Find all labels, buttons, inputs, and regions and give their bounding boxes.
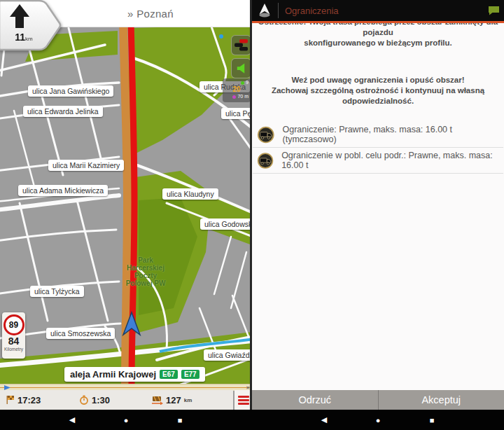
park-label-line: Polowej PW: [119, 279, 172, 287]
warning-secondary-line: Zachowaj szczególną ostrożność i kontynu…: [256, 85, 500, 106]
maneuver-distance-unit: km: [25, 36, 33, 42]
distance-remaining-value: 127: [166, 395, 181, 405]
android-navigation-bar: ◀ ● ■: [0, 410, 252, 430]
mute-button[interactable]: [231, 58, 251, 78]
hamburger-icon: [238, 403, 249, 405]
app-logo-icon: [256, 2, 273, 19]
dialog-button-bar: Odrzuć Akceptuj: [252, 390, 504, 410]
speed-units-label: Kilometry: [2, 347, 25, 352]
recents-button[interactable]: ■: [175, 416, 186, 424]
hamburger-icon: [238, 396, 249, 398]
park-label-line: Harcerskiej: [119, 264, 172, 272]
map-graphics: [0, 27, 252, 384]
warning-secondary: Weź pod uwagę ograniczenia i opuść obsza…: [256, 48, 500, 106]
speed-camera-widget: 9 20 70 m: [223, 78, 251, 102]
park-label-line: Poczty: [119, 272, 172, 279]
distance-remaining-unit: km: [184, 397, 192, 403]
restriction-item[interactable]: Ograniczenie w pobl. celu podr.: Prawne,…: [253, 148, 503, 174]
restriction-text: Ograniczenie: Prawne, maks. masa: 16.00 …: [283, 125, 496, 144]
dialog-header: Ograniczenia: [252, 0, 504, 21]
restrictions-screen: Ograniczenia Ostrzeżenie! Twoja trasa pr…: [252, 0, 504, 430]
park-label-line: Park: [119, 256, 172, 264]
route-badge: E77: [181, 370, 200, 379]
screens-divider: [250, 0, 252, 410]
map-canvas[interactable]: ulica Jana Gawińskiego ulica Edwarda Jel…: [0, 27, 252, 384]
route-badge: E67: [160, 370, 178, 379]
restriction-item[interactable]: Ograniczenie: Prawne, maks. masa: 16.00 …: [253, 122, 503, 148]
park-label: Park Harcerskiej Poczty Polowej PW: [119, 256, 172, 287]
street-label: ulica Jana Gawińskiego: [28, 85, 113, 97]
accent-line: [252, 21, 504, 23]
street-label: ulica Tylżycka: [30, 286, 84, 297]
home-button[interactable]: ●: [373, 416, 384, 424]
distance-remaining-item: 127 km: [151, 390, 192, 410]
camera-distance: 70 m: [237, 93, 248, 100]
finish-flag-icon: [6, 395, 15, 405]
stopwatch-icon: [79, 395, 89, 405]
arrival-time-value: 17:23: [18, 395, 41, 405]
current-speed-value: 84: [2, 336, 25, 347]
camera-icon: [241, 81, 244, 85]
arrival-time-item: 17:23: [6, 390, 41, 410]
destination-text: » Poznań: [78, 8, 174, 20]
restriction-list: Ograniczenie: Prawne, maks. masa: 16.00 …: [252, 122, 504, 174]
restriction-text: Ograniczenie w pobl. celu podr.: Prawne,…: [281, 151, 496, 170]
traffic-icon: [234, 39, 248, 52]
street-label: ulica Edwarda Jelinka: [23, 106, 103, 117]
current-road-label: aleja Armii Krajowej E67 E77: [64, 367, 205, 382]
reject-button[interactable]: Odrzuć: [252, 390, 378, 410]
time-remaining-item: 1:30: [79, 390, 110, 410]
camera-speed-limit: 20: [225, 86, 248, 93]
street-label: ulica Gwiaździsta: [204, 349, 252, 361]
progress-position-icon: [4, 385, 10, 390]
street-label: ulica Pęcicka: [221, 108, 252, 119]
road-name: aleja Armii Krajowej: [70, 369, 156, 380]
recents-button[interactable]: ■: [427, 416, 438, 424]
speed-widget: 89 84 Kilometry: [2, 312, 25, 359]
street-label: ulica Marii Kazimiery: [48, 160, 124, 171]
back-button[interactable]: ◀: [319, 415, 330, 424]
message-bubble-icon[interactable]: [488, 6, 500, 15]
warning-secondary-line: Weź pod uwagę ograniczenia i opuść obsza…: [256, 75, 500, 85]
camera-count: 9: [246, 79, 248, 86]
speed-limit-sign: 89: [4, 314, 24, 335]
back-button[interactable]: ◀: [67, 415, 78, 424]
street-label: ulica Godowska: [200, 219, 252, 230]
home-button[interactable]: ●: [121, 416, 132, 424]
street-label: ulica Klaudyny: [162, 188, 218, 200]
speaker-icon: [234, 62, 248, 75]
speed-limit-value: 89: [9, 320, 18, 330]
progress-line: [0, 387, 252, 388]
truck-restriction-icon: [257, 125, 275, 144]
truck-restriction-icon: [257, 151, 274, 170]
camera-distance-icon: [232, 95, 236, 99]
time-remaining-value: 1:30: [92, 395, 110, 405]
accept-button[interactable]: Akceptuj: [379, 390, 504, 410]
android-navigation-bar: ◀ ● ■: [252, 410, 504, 430]
header-divider: [278, 3, 279, 18]
maneuver-sign: [0, 0, 63, 53]
maneuver-widget[interactable]: 11km: [0, 0, 63, 53]
maneuver-distance: 11km: [8, 31, 39, 43]
warning-primary-line: skonfigurowanego w bieżącym profilu.: [256, 38, 500, 48]
trip-status-bar: 17:23 1:30 127 km: [0, 390, 233, 410]
navigation-screen: ulica Jana Gawińskiego ulica Edwarda Jel…: [0, 0, 252, 430]
dialog-title: Ograniczenia: [285, 6, 339, 16]
street-label: ulica Adama Mickiewicza: [18, 185, 108, 196]
street-label: ulica Smoszewska: [46, 328, 115, 339]
hamburger-icon: [238, 399, 249, 401]
route-distance-icon: [151, 396, 163, 405]
maneuver-distance-value: 11: [15, 32, 25, 43]
traffic-button[interactable]: [231, 35, 251, 55]
